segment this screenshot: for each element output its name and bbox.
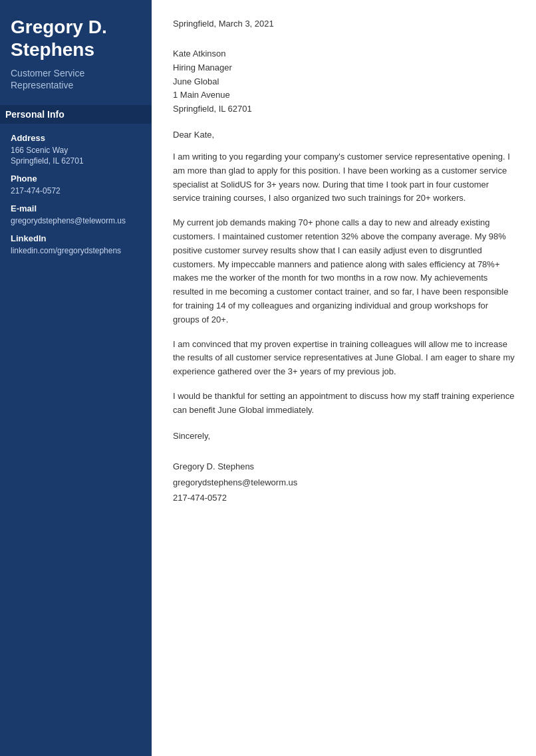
letter-paragraph-1: I am writing to you regarding your compa… — [173, 150, 515, 205]
letter-greeting: Dear Kate, — [173, 130, 515, 140]
sidebar: Gregory D. Stephens Customer Service Rep… — [0, 0, 152, 756]
signature-name: Gregory D. Stephens — [173, 459, 515, 474]
letter-paragraph-3: I am convinced that my proven expertise … — [173, 338, 515, 379]
recipient-address: 1 Main Avenue — [173, 88, 515, 102]
address-line1: 166 Scenic Way — [11, 145, 141, 156]
address-line2: Springfield, IL 62701 — [11, 156, 141, 167]
email-label: E-mail — [11, 203, 141, 213]
letter-paragraph-2: My current job demands making 70+ phone … — [173, 216, 515, 326]
recipient-block: Kate Atkinson Hiring Manager June Global… — [173, 47, 515, 116]
letter-date: Springfield, March 3, 2021 — [173, 19, 515, 29]
recipient-company: June Global — [173, 75, 515, 89]
applicant-name: Gregory D. Stephens — [11, 16, 141, 61]
letter-closing: Sincerely, Gregory D. Stephens gregoryds… — [173, 428, 515, 506]
phone-value: 217-474-0572 — [11, 186, 141, 197]
applicant-job-title: Customer Service Representative — [11, 67, 141, 91]
recipient-city: Springfield, IL 62701 — [173, 102, 515, 116]
linkedin-value: linkedin.com/gregorydstephens — [11, 245, 141, 257]
address-label: Address — [11, 133, 141, 143]
phone-label: Phone — [11, 174, 141, 184]
email-value: gregorydstephens@teleworm.us — [11, 215, 141, 227]
personal-info-header: Personal Info — [0, 105, 152, 124]
recipient-title: Hiring Manager — [173, 61, 515, 75]
letter-body: I am writing to you regarding your compa… — [173, 150, 515, 418]
letter-content: Springfield, March 3, 2021 Kate Atkinson… — [152, 0, 536, 756]
signature-email: gregorydstephens@teleworm.us — [173, 475, 515, 490]
page: Gregory D. Stephens Customer Service Rep… — [0, 0, 536, 756]
closing-word: Sincerely, — [173, 428, 515, 443]
linkedin-label: LinkedIn — [11, 233, 141, 243]
signature-phone: 217-474-0572 — [173, 490, 515, 505]
recipient-name: Kate Atkinson — [173, 47, 515, 61]
letter-paragraph-4: I would be thankful for setting an appoi… — [173, 390, 515, 418]
